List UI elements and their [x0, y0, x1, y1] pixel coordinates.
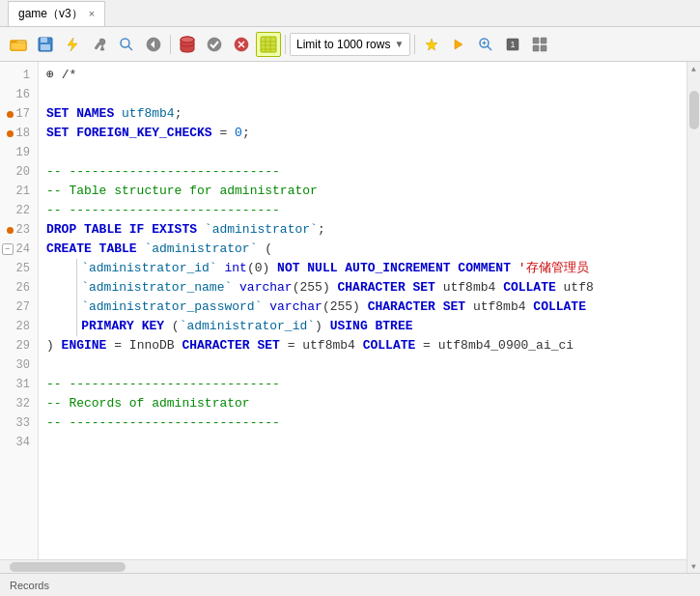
line-number: 25	[0, 259, 38, 278]
vertical-scrollbar[interactable]: ▲ ▼	[686, 62, 700, 573]
reset-zoom-button[interactable]: 1	[500, 32, 525, 57]
horizontal-scrollbar-thumb[interactable]	[10, 562, 126, 572]
line-number: 17	[0, 104, 38, 124]
database-button[interactable]	[175, 32, 200, 57]
code-line: SET NAMES utf8mb4;	[46, 104, 679, 124]
svg-rect-32	[541, 38, 546, 43]
code-line	[46, 143, 679, 162]
line-number: 33	[0, 413, 38, 433]
code-line	[46, 433, 679, 452]
line-number: 19	[0, 143, 38, 162]
scroll-up-arrow[interactable]: ▲	[687, 62, 701, 75]
tab-label: game（v3）	[18, 6, 83, 22]
line-number: 21	[0, 182, 38, 201]
svg-rect-5	[41, 44, 50, 50]
svg-line-8	[128, 46, 132, 50]
line-number: 16	[0, 85, 38, 104]
line-number: 32	[0, 394, 38, 413]
code-line: -- Records of administrator	[46, 394, 679, 413]
status-bar: Records	[0, 573, 700, 596]
execute-button[interactable]	[60, 32, 85, 57]
limit-rows-arrow: ▼	[394, 39, 404, 49]
tools-button[interactable]	[87, 32, 112, 57]
svg-marker-23	[426, 39, 437, 50]
code-line: PRIMARY KEY (`administrator_id`) USING B…	[46, 317, 679, 336]
svg-rect-17	[261, 37, 276, 52]
code-line: -- ----------------------------	[46, 375, 679, 394]
grid-button[interactable]	[527, 32, 552, 57]
code-line: -- ----------------------------	[46, 413, 679, 433]
line-number: 31	[0, 375, 38, 394]
editor-tab[interactable]: game（v3） ×	[8, 1, 105, 26]
back-button[interactable]	[141, 32, 166, 57]
separator-1	[170, 35, 171, 54]
line-number: 30	[0, 355, 38, 375]
line-number: 27	[0, 298, 38, 317]
favorites-button[interactable]	[419, 32, 444, 57]
code-line: `administrator_password` varchar(255) CH…	[46, 298, 679, 317]
open-folder-button[interactable]	[6, 32, 31, 57]
horizontal-scrollbar[interactable]	[0, 559, 686, 573]
svg-point-13	[208, 38, 221, 51]
line-number: 26	[0, 278, 38, 298]
editor-scroll-area: 11617181920212223−2425262728293031323334…	[0, 62, 686, 573]
code-line: SET FOREIGN_KEY_CHECKS = 0;	[46, 124, 679, 143]
line-number: −24	[0, 240, 38, 259]
line-number: 20	[0, 162, 38, 182]
cancel-button[interactable]	[229, 32, 254, 57]
code-line: DROP TABLE IF EXISTS `administrator`;	[46, 220, 679, 240]
line-number: 22	[0, 201, 38, 220]
code-line: ⊕ /*	[46, 66, 679, 85]
code-line: -- ----------------------------	[46, 201, 679, 220]
editor-container: 11617181920212223−2425262728293031323334…	[0, 62, 700, 573]
svg-rect-33	[533, 45, 539, 51]
separator-2	[285, 35, 286, 54]
svg-marker-24	[455, 40, 462, 49]
code-area[interactable]: ⊕ /*SET NAMES utf8mb4;SET FOREIGN_KEY_CH…	[39, 62, 686, 559]
code-line: `administrator_id` int(0) NOT NULL AUTO_…	[46, 259, 679, 278]
svg-rect-31	[533, 38, 539, 43]
code-line: -- Table structure for administrator	[46, 182, 679, 201]
svg-rect-2	[11, 43, 26, 50]
svg-point-7	[121, 39, 129, 47]
separator-3	[414, 35, 415, 54]
code-line: ) ENGINE = InnoDB CHARACTER SET = utf8mb…	[46, 336, 679, 355]
line-number: 18	[0, 124, 38, 143]
title-bar: game（v3） ×	[0, 0, 700, 27]
zoom-in-button[interactable]	[473, 32, 498, 57]
code-line: `administrator_name` varchar(255) CHARAC…	[46, 278, 679, 298]
scroll-down-arrow[interactable]: ▼	[687, 559, 701, 573]
code-line	[46, 85, 679, 104]
svg-line-26	[488, 46, 491, 50]
save-button[interactable]	[33, 32, 58, 57]
svg-rect-34	[541, 45, 546, 51]
records-label: Records	[10, 580, 49, 591]
vertical-scrollbar-thumb[interactable]	[689, 91, 699, 129]
svg-marker-6	[68, 38, 77, 51]
forward-button[interactable]	[446, 32, 471, 57]
line-numbers: 11617181920212223−2425262728293031323334	[0, 62, 39, 559]
svg-text:1: 1	[511, 40, 516, 49]
svg-point-12	[181, 37, 194, 43]
code-line: -- ----------------------------	[46, 162, 679, 182]
svg-rect-4	[41, 38, 47, 43]
limit-rows-label: Limit to 1000 rows	[296, 38, 390, 51]
line-number: 29	[0, 336, 38, 355]
table-view-button[interactable]	[256, 32, 281, 57]
search-button[interactable]	[114, 32, 139, 57]
line-number: 23	[0, 220, 38, 240]
editor-content: 11617181920212223−2425262728293031323334…	[0, 62, 686, 559]
validate-button[interactable]	[202, 32, 227, 57]
toolbar: Limit to 1000 rows ▼ 1	[0, 27, 700, 62]
line-number: 34	[0, 433, 38, 452]
code-line	[46, 355, 679, 375]
code-line: CREATE TABLE `administrator` (	[46, 240, 679, 259]
line-number: 1	[0, 66, 38, 85]
limit-rows-select[interactable]: Limit to 1000 rows ▼	[290, 33, 410, 56]
tab-close-button[interactable]: ×	[89, 9, 95, 19]
line-number: 28	[0, 317, 38, 336]
